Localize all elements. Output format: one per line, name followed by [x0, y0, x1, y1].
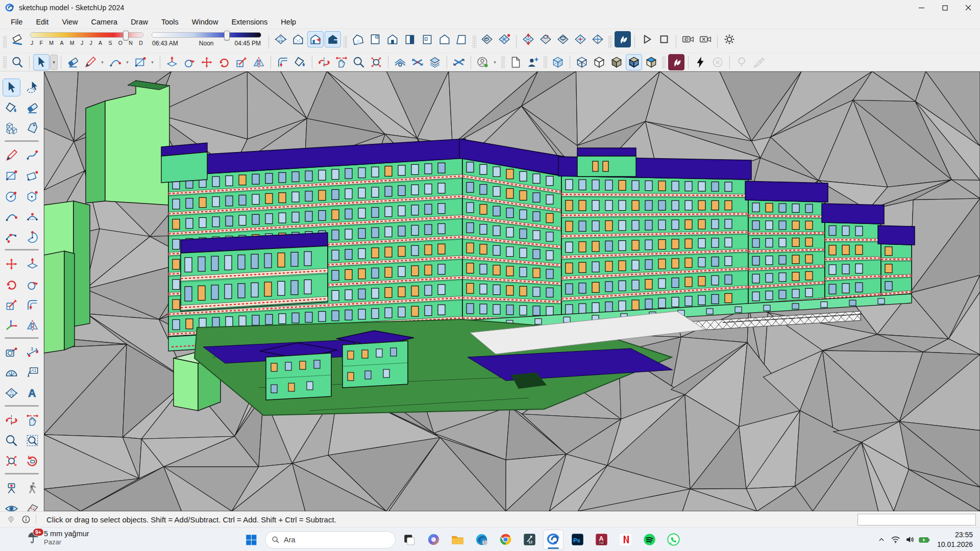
play-button[interactable]	[639, 31, 655, 47]
position-camera-button[interactable]	[3, 479, 20, 497]
move-button[interactable]	[3, 255, 20, 273]
taskbar-photoshop[interactable]: Ps	[567, 530, 587, 550]
rotate-button[interactable]	[3, 276, 20, 293]
taskbar-netflix[interactable]	[615, 530, 635, 550]
rectangle-dropdown[interactable]: ▾	[149, 55, 156, 70]
arc-button[interactable]	[3, 208, 20, 226]
taskbar-copilot[interactable]	[423, 530, 444, 550]
flip-button[interactable]	[251, 54, 267, 70]
flip-button[interactable]	[23, 316, 41, 334]
rotated-rectangle-button[interactable]	[23, 167, 41, 185]
menu-view[interactable]: View	[55, 16, 84, 28]
circle-x-button[interactable]	[709, 54, 726, 70]
leaf-tool-blue-button[interactable]	[615, 31, 631, 47]
taskbar-clock[interactable]: 23:55 10.01.2026	[937, 530, 973, 548]
select-button[interactable]	[3, 79, 20, 96]
taskbar-search[interactable]: Ara	[265, 531, 396, 548]
protractor-button[interactable]	[3, 364, 20, 382]
start-button[interactable]	[241, 530, 261, 550]
freehand-button[interactable]	[23, 146, 41, 164]
info-icon[interactable]	[20, 512, 32, 527]
swap-materials-button[interactable]: CA:B	[3, 384, 20, 402]
scale-button[interactable]	[233, 54, 250, 70]
taskbar-whatsapp[interactable]	[663, 530, 683, 550]
taskbar-chrome[interactable]	[495, 530, 516, 550]
tag-button[interactable]	[23, 119, 41, 137]
3d-viewport[interactable]	[44, 71, 980, 511]
dimension-button[interactable]: 3	[23, 343, 41, 361]
line-button[interactable]	[3, 146, 20, 164]
push-pull-button[interactable]	[164, 54, 180, 70]
move-button[interactable]	[199, 54, 215, 70]
share-model-button[interactable]	[525, 54, 541, 70]
account-dropdown[interactable]: ▾	[492, 55, 498, 70]
polygon-button[interactable]	[23, 187, 41, 205]
from-scratch-button[interactable]	[496, 31, 512, 47]
cube-xray-button[interactable]	[550, 54, 566, 70]
three-point-arc-button[interactable]	[3, 228, 20, 246]
line-dropdown[interactable]: ▾	[99, 55, 106, 70]
swap-materials-button[interactable]: CA:B	[273, 31, 289, 47]
cancel-animation-button[interactable]	[697, 31, 714, 47]
paint-bucket-button[interactable]	[292, 54, 308, 70]
pan-button[interactable]	[333, 54, 350, 70]
export-animation-button[interactable]	[680, 31, 696, 47]
shadow-date-slider[interactable]: JFMAMJJASOND	[30, 32, 143, 46]
taskbar-task-view[interactable]	[399, 530, 420, 550]
follow-me-button[interactable]	[181, 54, 198, 70]
menu-help[interactable]: Help	[274, 16, 303, 28]
back-view-button[interactable]	[436, 31, 453, 47]
tape-measure-button[interactable]	[3, 343, 20, 361]
stop-button[interactable]	[656, 31, 672, 47]
extension-stack-button[interactable]	[427, 54, 443, 70]
perspective-view-button[interactable]	[454, 31, 470, 47]
scalpel-button[interactable]	[751, 54, 767, 70]
zoom-window-button[interactable]	[23, 432, 41, 449]
menu-tools[interactable]: Tools	[155, 16, 185, 28]
taskbar-spotify[interactable]	[639, 530, 659, 550]
flip-edge-button[interactable]	[590, 31, 606, 47]
taskbar-app-12[interactable]: 12	[519, 530, 540, 550]
hide-similar-components-button[interactable]	[325, 31, 341, 47]
previous-view-button[interactable]	[23, 452, 41, 470]
push-pull-button[interactable]	[23, 255, 41, 273]
zoom-button[interactable]	[3, 432, 20, 449]
orbit-button[interactable]	[3, 411, 20, 429]
drape-button[interactable]	[555, 31, 571, 47]
geolocation-icon[interactable]	[5, 512, 16, 527]
minimize-button[interactable]	[910, 0, 933, 15]
extension-cross-2-button[interactable]	[451, 54, 467, 70]
stamp-button[interactable]	[537, 31, 554, 47]
extension-cross-button[interactable]	[409, 54, 426, 70]
menu-extensions[interactable]: Extensions	[225, 16, 274, 28]
pan-button[interactable]	[23, 411, 41, 429]
settings-gear-button[interactable]	[721, 31, 738, 47]
taskbar-edge[interactable]	[471, 530, 492, 550]
line-button[interactable]	[82, 54, 99, 70]
measurements-input[interactable]	[857, 514, 976, 525]
scale-button[interactable]	[3, 296, 20, 314]
taskbar-weather[interactable]: 9+ 5 mm yağmur Pazar	[27, 529, 89, 546]
close-button[interactable]	[957, 0, 980, 15]
menu-edit[interactable]: Edit	[29, 16, 55, 28]
taskbar-autocad[interactable]: ACAD	[591, 530, 611, 550]
walk-button[interactable]	[23, 479, 41, 497]
zoom-extents-button[interactable]	[368, 54, 384, 70]
follow-me-button[interactable]	[23, 276, 41, 293]
xray-house-button[interactable]	[290, 31, 306, 47]
cube-wireframe-button[interactable]	[574, 54, 590, 70]
menu-file[interactable]: File	[4, 16, 29, 28]
idea-bulb-button[interactable]	[733, 54, 750, 70]
cube-textured-button[interactable]	[626, 54, 642, 70]
text-button[interactable]: A1	[23, 364, 41, 382]
left-view-button[interactable]	[419, 31, 435, 47]
front-view-button[interactable]	[384, 31, 401, 47]
look-around-button[interactable]	[3, 499, 20, 511]
select-dropdown[interactable]: ▾	[50, 55, 58, 70]
menu-window[interactable]: Window	[185, 16, 225, 28]
menu-draw[interactable]: Draw	[124, 16, 155, 28]
menu-camera[interactable]: Camera	[85, 16, 125, 28]
add-detail-button[interactable]	[572, 31, 589, 47]
shadow-toggle-button[interactable]	[9, 31, 26, 47]
right-view-button[interactable]	[402, 31, 418, 47]
